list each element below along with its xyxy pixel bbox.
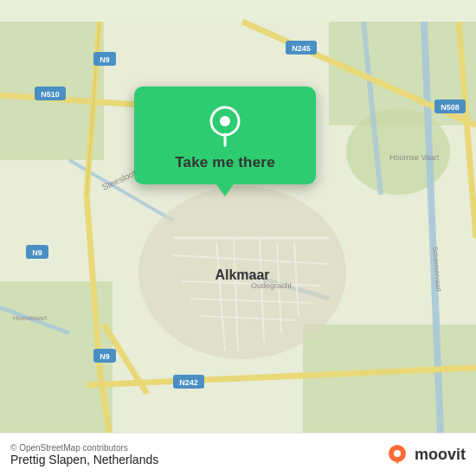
svg-text:N9: N9 bbox=[100, 352, 110, 361]
svg-text:N9: N9 bbox=[100, 55, 110, 64]
svg-text:N508: N508 bbox=[441, 103, 460, 112]
map-svg: N510 N9 N245 N508 N9 N9 N242 Steesloot H… bbox=[0, 0, 476, 476]
svg-point-56 bbox=[394, 450, 401, 457]
svg-text:Hoornse Vaart: Hoornse Vaart bbox=[389, 153, 440, 162]
svg-text:N9: N9 bbox=[32, 248, 42, 257]
place-name-label: Prettig Slapen, Netherlands bbox=[10, 453, 158, 466]
svg-text:N242: N242 bbox=[179, 378, 198, 387]
svg-text:N510: N510 bbox=[41, 90, 60, 99]
svg-text:Hoevervart: Hoevervart bbox=[13, 314, 48, 322]
map-container: N510 N9 N245 N508 N9 N9 N242 Steesloot H… bbox=[0, 0, 476, 476]
svg-text:Alkmaar: Alkmaar bbox=[215, 267, 269, 282]
bottom-bar: © OpenStreetMap contributors Prettig Sla… bbox=[0, 433, 476, 476]
svg-point-5 bbox=[346, 108, 450, 195]
moovit-icon bbox=[383, 441, 411, 469]
svg-point-52 bbox=[220, 116, 230, 126]
svg-text:N245: N245 bbox=[292, 44, 311, 53]
popup-card: Take me there bbox=[134, 87, 316, 184]
take-me-there-button[interactable]: Take me there bbox=[175, 154, 275, 171]
osm-attribution: © OpenStreetMap contributors bbox=[10, 443, 158, 453]
location-pin-icon bbox=[203, 104, 247, 147]
bottom-left-section: © OpenStreetMap contributors Prettig Sla… bbox=[10, 443, 158, 466]
moovit-logo: moovit bbox=[383, 441, 466, 469]
moovit-text-label: moovit bbox=[415, 446, 466, 464]
svg-text:Oudegracht: Oudegracht bbox=[251, 281, 293, 290]
